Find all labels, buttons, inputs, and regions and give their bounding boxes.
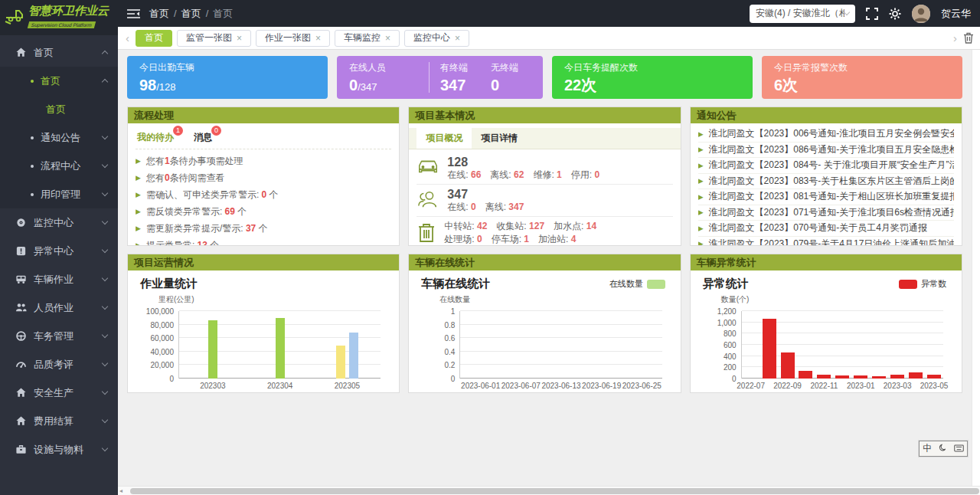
trash-bin-icon bbox=[416, 221, 436, 245]
process-item-text: 您有1条待办事项需处理 bbox=[146, 155, 243, 168]
user-name[interactable]: 贺云华 bbox=[941, 7, 971, 21]
tab-item[interactable]: 监管一张图× bbox=[177, 30, 251, 47]
fullscreen-icon[interactable] bbox=[866, 8, 878, 20]
ime-keyboard-icon[interactable] bbox=[954, 444, 964, 454]
stat-value: 4 bbox=[571, 234, 577, 244]
home-icon bbox=[15, 47, 27, 58]
sidebar-item[interactable]: 监控中心 bbox=[0, 208, 118, 237]
legend-label: 在线数量 bbox=[609, 278, 643, 290]
chart-title: 车辆在线统计 bbox=[421, 277, 490, 291]
notice-item[interactable]: ▶淮北同盈文【2023】081号通知-关于相山区班长加班重复提报的通报 bbox=[698, 189, 954, 205]
triangle-marker-icon: ▶ bbox=[136, 208, 141, 215]
notice-item[interactable]: ▶淮北同盈文【2023】079号-关于4月17日油价上涨通知后加油情况通报 bbox=[698, 237, 954, 246]
breadcrumb: 首页 / 首页 / 首页 bbox=[149, 7, 233, 21]
vertical-scrollbar-gutter[interactable] bbox=[972, 50, 980, 486]
ime-moon-icon[interactable] bbox=[939, 444, 947, 454]
sidebar-item[interactable]: 人员作业 bbox=[0, 293, 118, 322]
sidebar-item[interactable]: 通知公告 bbox=[0, 123, 118, 152]
sidebar-item-label: 车辆作业 bbox=[34, 273, 74, 287]
chart-legend: 在线数量 bbox=[609, 278, 670, 290]
legend-swatch bbox=[647, 280, 665, 289]
tab-item[interactable]: 监控中心× bbox=[404, 30, 469, 47]
stat-card-value: 0/347 bbox=[349, 77, 418, 96]
menu-collapse-icon[interactable] bbox=[127, 8, 140, 19]
sidebar-item[interactable]: 异常中心 bbox=[0, 237, 118, 265]
process-item[interactable]: ▶需确认、可申述类异常警示: 0 个 bbox=[136, 186, 391, 203]
y-axis-tick: 60,000 bbox=[150, 334, 174, 343]
stat-value: 347 bbox=[508, 202, 524, 212]
close-all-tabs-trash-icon[interactable] bbox=[963, 32, 974, 44]
sidebar-item[interactable]: 流程中心 bbox=[0, 152, 118, 180]
avatar[interactable] bbox=[912, 5, 930, 23]
process-item[interactable]: ▶您有1条待办事项需处理 bbox=[136, 152, 391, 169]
sidebar-item[interactable]: 首页 bbox=[0, 38, 118, 67]
sidebar-item[interactable]: 首页 bbox=[0, 67, 118, 95]
process-tab[interactable]: 我的待办1 bbox=[137, 131, 174, 144]
sidebar-item[interactable]: 车务管理 bbox=[0, 322, 118, 350]
notice-item[interactable]: ▶淮北同盈文【2023】086号通知-关于淮北项目五月安全隐患检查情况通告 bbox=[698, 143, 954, 159]
y-axis-tick: 1,200 bbox=[717, 307, 737, 316]
notice-item[interactable]: ▶淮北同盈文【2023】071号通知-关于淮北项目6s检查情况通报(2)(2) bbox=[698, 205, 954, 221]
y-axis-tick: 0.4 bbox=[444, 347, 455, 356]
horizontal-scrollbar-thumb[interactable] bbox=[130, 488, 979, 494]
tab-item[interactable]: 作业一张图× bbox=[256, 30, 330, 47]
project-tab[interactable]: 项目概况 bbox=[416, 128, 472, 149]
notice-item[interactable]: ▶淮北同盈文【2023】084号- 关于淮北项目开展“安全生产月”活动的通知 bbox=[698, 158, 954, 174]
project-tab[interactable]: 项目详情 bbox=[472, 128, 527, 149]
chart-bar bbox=[349, 333, 358, 379]
breadcrumb-item[interactable]: 首页 bbox=[181, 7, 201, 21]
breadcrumb-item[interactable]: 首页 bbox=[149, 7, 169, 21]
sidebar-item[interactable]: 费用结算 bbox=[0, 407, 118, 435]
chevron-down-icon bbox=[102, 388, 108, 395]
legend-item[interactable]: 在线数量 bbox=[609, 278, 665, 290]
process-tab[interactable]: 消息0 bbox=[194, 131, 212, 144]
chevron-down-icon bbox=[102, 218, 108, 225]
sidebar-item[interactable]: 设施与物料 bbox=[0, 435, 118, 464]
legend-item[interactable]: 异常数 bbox=[899, 278, 946, 290]
x-axis-tick: 2023-06-01 bbox=[461, 382, 500, 390]
stat-card-extra-value: 347 bbox=[440, 77, 480, 93]
sidebar-menu: 首页首页首页通知公告流程中心用印管理监控中心异常中心车辆作业人员作业车务管理品质… bbox=[0, 35, 118, 495]
tabs-scroll-left-icon[interactable]: ‹ bbox=[124, 31, 131, 44]
notice-item[interactable]: ▶淮北同盈文【2023】070号通知-关于员工4月奖罚通报 bbox=[698, 221, 954, 237]
tab-close-icon[interactable]: × bbox=[237, 34, 242, 43]
chevron-up-icon bbox=[102, 51, 108, 57]
org-selector-dropdown[interactable]: 安徽(4) / 安徽淮北（相... bbox=[750, 5, 855, 23]
stat-card[interactable]: 今日车务提醒次数22次 bbox=[552, 56, 753, 99]
x-axis-tick: 2023-01 bbox=[847, 382, 875, 390]
sidebar-item[interactable]: 首页 bbox=[0, 95, 118, 123]
tab-label: 监管一张图 bbox=[186, 31, 232, 44]
scrollbar-left-arrow-icon[interactable]: ◂ bbox=[119, 488, 122, 494]
chevron-down-icon bbox=[102, 303, 108, 310]
horizontal-scrollbar[interactable]: ◂ bbox=[118, 486, 980, 495]
tab-close-icon[interactable]: × bbox=[315, 34, 321, 43]
sidebar-item[interactable]: 车辆作业 bbox=[0, 265, 118, 293]
process-item[interactable]: ▶您有0条待阅需查看 bbox=[136, 169, 391, 186]
tab-item[interactable]: 车辆监控× bbox=[335, 30, 400, 47]
app-title: 智慧环卫作业云 bbox=[28, 4, 109, 17]
tabs-scroll-right-icon[interactable]: › bbox=[952, 31, 959, 44]
process-item[interactable]: ▶提示类异常: 13 个 bbox=[136, 237, 391, 245]
stat-card-extra: 有终端347 bbox=[440, 61, 480, 99]
sidebar-item[interactable]: 用印管理 bbox=[0, 180, 118, 208]
tab-active[interactable]: 首页 bbox=[136, 30, 172, 47]
sidebar-item[interactable]: 品质考评 bbox=[0, 350, 118, 379]
gear-icon[interactable] bbox=[889, 8, 901, 20]
process-item[interactable]: ▶需更新类异常提示/警示: 37 个 bbox=[136, 220, 391, 237]
notice-item[interactable]: ▶淮北同盈文【2023】006号通知-淮北项目五月安全例会暨安全生产月启动会… bbox=[698, 126, 954, 143]
tab-close-icon[interactable]: × bbox=[455, 34, 460, 43]
notice-item[interactable]: ▶淮北同盈文【2023】083号-关于杜集区东片区主管酒后上岗的处罚通告 bbox=[698, 174, 954, 190]
notice-item-text: 淮北同盈文【2023】006号通知-淮北项目五月安全例会暨安全生产月启动会… bbox=[709, 127, 954, 140]
tab-close-icon[interactable]: × bbox=[385, 34, 390, 43]
process-item[interactable]: ▶需反馈类异常警示: 69 个 bbox=[136, 203, 391, 220]
gridline bbox=[460, 351, 662, 352]
stat-card-value-suffix: /128 bbox=[156, 81, 175, 93]
stat-card[interactable]: 今日异常报警次数6次 bbox=[762, 56, 962, 99]
ime-mode-label[interactable]: 中 bbox=[923, 442, 932, 455]
sidebar-item[interactable]: 安全生产 bbox=[0, 379, 118, 407]
topbar-right: 安徽(4) / 安徽淮北（相... 贺云华 bbox=[750, 5, 971, 23]
stat-card[interactable]: 今日出勤车辆98/128 bbox=[127, 56, 328, 99]
stat-card[interactable]: 在线人员0/347有终端347无终端0 bbox=[337, 56, 543, 99]
sidebar-item-label: 流程中心 bbox=[41, 159, 80, 173]
ime-toolbar[interactable]: 中 bbox=[919, 441, 968, 457]
